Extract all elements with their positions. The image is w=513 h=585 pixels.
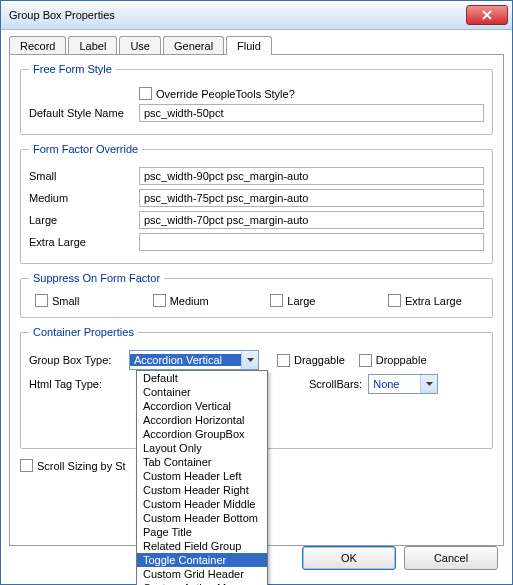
tabstrip: Record Label Use General Fluid (9, 36, 504, 55)
dialog-buttons: OK Cancel (302, 546, 498, 570)
suppress-legend: Suppress On Form Factor (29, 272, 164, 284)
large-label: Large (29, 214, 139, 226)
defaultstyle-input[interactable] (139, 104, 484, 122)
htmltag-label: Html Tag Type: (29, 378, 129, 390)
suppress-xlarge-label: Extra Large (405, 295, 462, 307)
formfactor-legend: Form Factor Override (29, 143, 142, 155)
droppable-checkbox[interactable] (359, 354, 372, 367)
client-area: Record Label Use General Fluid Free Form… (1, 30, 512, 584)
list-item[interactable]: Tab Container (137, 455, 267, 469)
suppress-small-checkbox[interactable] (35, 294, 48, 307)
chevron-down-icon (420, 375, 437, 393)
container-group: Container Properties Group Box Type: Acc… (20, 326, 493, 449)
suppress-medium-label: Medium (170, 295, 209, 307)
suppress-medium-checkbox[interactable] (153, 294, 166, 307)
xlarge-label: Extra Large (29, 236, 139, 248)
list-item[interactable]: Page Title (137, 525, 267, 539)
cancel-button[interactable]: Cancel (404, 546, 498, 570)
defaultstyle-label: Default Style Name (29, 107, 139, 119)
list-item[interactable]: Accordion GroupBox (137, 427, 267, 441)
gbtype-label: Group Box Type: (29, 354, 129, 366)
small-input[interactable] (139, 167, 484, 185)
freeform-group: Free Form Style Override PeopleTools Sty… (20, 63, 493, 135)
tab-use[interactable]: Use (119, 36, 161, 55)
list-item[interactable]: Custom Header Middle (137, 497, 267, 511)
list-item[interactable]: Related Field Group (137, 539, 267, 553)
list-item[interactable]: Custom Header Right (137, 483, 267, 497)
tab-fluid[interactable]: Fluid (226, 36, 272, 55)
suppress-xlarge-checkbox[interactable] (388, 294, 401, 307)
list-item[interactable]: Default (137, 371, 267, 385)
chevron-down-icon (241, 351, 258, 369)
scroll-sizing-label: Scroll Sizing by St (37, 460, 126, 472)
large-input[interactable] (139, 211, 484, 229)
list-item[interactable]: Custom Grid Header (137, 567, 267, 581)
list-item[interactable]: Container (137, 385, 267, 399)
medium-label: Medium (29, 192, 139, 204)
suppress-large-label: Large (287, 295, 315, 307)
scroll-sizing-checkbox[interactable] (20, 459, 33, 472)
suppress-small-label: Small (52, 295, 80, 307)
tab-fluid-panel: Free Form Style Override PeopleTools Sty… (9, 54, 504, 546)
draggable-label: Draggable (294, 354, 345, 366)
list-item[interactable]: Toggle Container (137, 553, 267, 567)
container-legend: Container Properties (29, 326, 138, 338)
medium-input[interactable] (139, 189, 484, 207)
list-item[interactable]: Accordion Vertical (137, 399, 267, 413)
tab-record[interactable]: Record (9, 36, 66, 55)
gbtype-combo[interactable]: Accordion Vertical (129, 350, 259, 370)
list-item[interactable]: Accordion Horizontal (137, 413, 267, 427)
list-item[interactable]: Custom Header Bottom (137, 511, 267, 525)
formfactor-group: Form Factor Override Small Medium Large … (20, 143, 493, 264)
freeform-legend: Free Form Style (29, 63, 116, 75)
scrollbars-combo[interactable]: None (368, 374, 438, 394)
list-item[interactable]: Custom Action Menu (137, 581, 267, 585)
suppress-group: Suppress On Form Factor Small Medium Lar… (20, 272, 493, 318)
small-label: Small (29, 170, 139, 182)
scrollbars-label: ScrollBars: (309, 378, 362, 390)
tab-general[interactable]: General (163, 36, 224, 55)
scrollbars-value: None (369, 378, 420, 390)
droppable-label: Droppable (376, 354, 427, 366)
list-item[interactable]: Layout Only (137, 441, 267, 455)
gbtype-value: Accordion Vertical (130, 354, 241, 366)
close-button[interactable] (466, 5, 508, 25)
xlarge-input[interactable] (139, 233, 484, 251)
draggable-checkbox[interactable] (277, 354, 290, 367)
list-item[interactable]: Custom Header Left (137, 469, 267, 483)
window-title: Group Box Properties (9, 9, 466, 21)
properties-dialog: Group Box Properties Record Label Use Ge… (0, 0, 513, 585)
titlebar: Group Box Properties (1, 1, 512, 30)
gbtype-dropdown[interactable]: Default Container Accordion Vertical Acc… (136, 370, 268, 585)
override-label: Override PeopleTools Style? (156, 88, 295, 100)
override-checkbox[interactable] (139, 87, 152, 100)
tab-label[interactable]: Label (68, 36, 117, 55)
ok-button[interactable]: OK (302, 546, 396, 570)
suppress-large-checkbox[interactable] (270, 294, 283, 307)
